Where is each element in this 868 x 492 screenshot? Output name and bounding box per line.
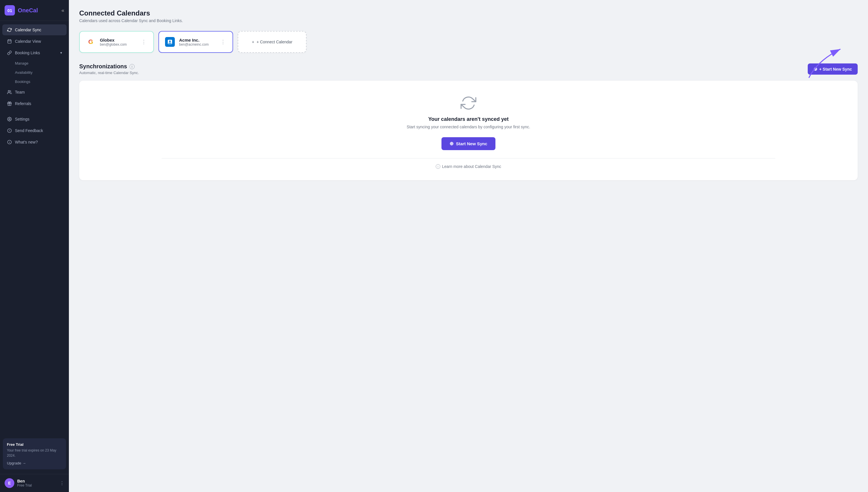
- calendar-globex-menu-button[interactable]: ⋮: [140, 38, 148, 46]
- avatar: E: [5, 478, 14, 488]
- sidebar-item-settings[interactable]: Settings: [2, 114, 67, 125]
- logo-icon: 01: [5, 5, 15, 16]
- gift-icon: [7, 101, 12, 106]
- start-new-sync-top-button[interactable]: ⊕ + Start New Sync: [808, 64, 858, 75]
- user-role: Free Trial: [17, 484, 57, 487]
- connect-calendar-button[interactable]: + + Connect Calendar: [238, 31, 306, 53]
- plus-circle-icon-center: ⊕: [449, 141, 453, 147]
- sidebar-item-availability[interactable]: Availability: [2, 68, 67, 77]
- sidebar-item-team-label: Team: [15, 90, 62, 94]
- whats-new-icon: [7, 140, 12, 145]
- plus-circle-icon: ⊕: [814, 66, 817, 72]
- calendar-card-globex: G Globex ben@globex.com ⋮: [79, 31, 154, 53]
- logo-text: OneCal: [18, 7, 38, 14]
- page-subtitle: Calendars used across Calendar Sync and …: [79, 18, 858, 23]
- sidebar-user[interactable]: E Ben Free Trial ⋮: [0, 474, 69, 492]
- user-info: Ben Free Trial: [17, 479, 57, 487]
- calendar-globex-name: Globex: [100, 38, 136, 43]
- sync-title-block: Synchronizations i Automatic, real-time …: [79, 63, 139, 75]
- sync-section-subtitle: Automatic, real-time Calendar Sync.: [79, 71, 139, 75]
- free-trial-box: Free Trial Your free trial expires on 23…: [3, 438, 66, 469]
- sidebar-item-calendar-sync-label: Calendar Sync: [15, 28, 62, 32]
- calendar-acme-name: Acme Inc.: [179, 38, 215, 43]
- user-menu-button[interactable]: ⋮: [60, 481, 64, 486]
- sync-empty-title: Your calendars aren't synced yet: [428, 116, 509, 122]
- sidebar-item-settings-label: Settings: [15, 117, 62, 121]
- svg-point-7: [9, 119, 10, 120]
- calendar-icon: [7, 39, 12, 44]
- calendar-card-acme: Acme Inc. ben@acmeinc.com ⋮: [158, 31, 233, 53]
- upgrade-link[interactable]: Upgrade →: [7, 461, 62, 465]
- sidebar-item-whats-new[interactable]: What's new?: [2, 137, 67, 148]
- sidebar-item-booking-links[interactable]: Booking Links ▾: [2, 47, 67, 58]
- calendar-acme-email: ben@acmeinc.com: [179, 43, 215, 47]
- calendar-card-acme-info: Acme Inc. ben@acmeinc.com: [179, 38, 215, 47]
- sync-empty-description: Start syncing your connected calendars b…: [407, 125, 530, 129]
- learn-more-info-icon: i: [436, 164, 440, 169]
- sidebar-item-send-feedback-label: Send Feedback: [15, 128, 62, 133]
- free-trial-title: Free Trial: [7, 442, 62, 447]
- sidebar-item-referrals[interactable]: Referrals: [2, 98, 67, 109]
- sidebar-item-calendar-sync[interactable]: Calendar Sync: [2, 24, 67, 35]
- sidebar-item-team[interactable]: Team: [2, 87, 67, 98]
- sidebar-item-referrals-label: Referrals: [15, 101, 62, 106]
- divider: [162, 158, 775, 158]
- chevron-down-icon: ▾: [60, 51, 62, 55]
- link-icon: [7, 50, 12, 55]
- sidebar-nav: Calendar Sync Calendar View Booking Link…: [0, 21, 69, 436]
- sidebar-collapse-button[interactable]: «: [61, 7, 64, 14]
- sync-icon: [7, 27, 12, 32]
- start-new-sync-center-button[interactable]: ⊕ Start New Sync: [442, 137, 495, 150]
- page-title: Connected Calendars: [79, 9, 858, 17]
- calendar-globex-email: ben@globex.com: [100, 43, 136, 47]
- sidebar-item-bookings[interactable]: Bookings: [2, 77, 67, 86]
- feedback-icon: [7, 128, 12, 133]
- sidebar-item-send-feedback[interactable]: Send Feedback: [2, 125, 67, 136]
- svg-rect-0: [8, 40, 11, 43]
- sync-empty-card: Your calendars aren't synced yet Start s…: [79, 81, 858, 180]
- sidebar-item-booking-links-label: Booking Links: [15, 51, 57, 55]
- settings-icon: [7, 117, 12, 122]
- plus-icon: +: [252, 40, 254, 44]
- sync-section-title: Synchronizations i: [79, 63, 139, 70]
- team-icon: [7, 90, 12, 95]
- sidebar-item-whats-new-label: What's new?: [15, 140, 62, 144]
- empty-sync-icon: [461, 95, 476, 111]
- outlook-calendar-icon: [165, 37, 175, 47]
- svg-point-4: [8, 91, 9, 92]
- free-trial-description: Your free trial expires on 23 May 2024.: [7, 448, 62, 458]
- app-logo: 01 OneCal «: [0, 0, 69, 21]
- sidebar-item-calendar-view-label: Calendar View: [15, 39, 62, 44]
- main-content: Connected Calendars Calendars used acros…: [69, 0, 868, 492]
- google-calendar-icon: G: [85, 37, 96, 47]
- sync-info-icon[interactable]: i: [129, 64, 134, 69]
- sidebar: 01 OneCal « Calendar Sync Calendar View: [0, 0, 69, 492]
- sync-section-header: Synchronizations i Automatic, real-time …: [79, 63, 858, 75]
- sidebar-item-calendar-view[interactable]: Calendar View: [2, 36, 67, 47]
- user-name: Ben: [17, 479, 57, 484]
- calendar-card-globex-info: Globex ben@globex.com: [100, 38, 136, 47]
- sidebar-item-manage[interactable]: Manage: [2, 59, 67, 68]
- calendars-section: G Globex ben@globex.com ⋮ Acme Inc. ben@…: [79, 31, 858, 53]
- connect-calendar-label: + Connect Calendar: [256, 40, 293, 44]
- calendar-acme-menu-button[interactable]: ⋮: [219, 38, 227, 46]
- learn-more-link[interactable]: i Learn more about Calendar Sync: [436, 164, 501, 169]
